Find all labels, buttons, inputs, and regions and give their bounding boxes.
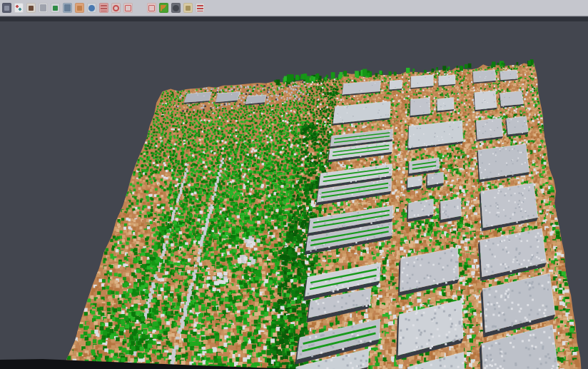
globe-icon-glyph: [88, 5, 95, 11]
target-ring-icon[interactable]: [111, 3, 121, 13]
tin-surface-icon-glyph: [29, 6, 34, 11]
toolbar-separator: [136, 8, 144, 9]
layer-red-icon[interactable]: [196, 3, 205, 13]
measure-crossing-icon-glyph: [186, 6, 191, 11]
globe-icon[interactable]: [87, 3, 96, 13]
profile-view-icon-glyph: [64, 4, 71, 11]
measure-crossing-icon[interactable]: [183, 3, 193, 13]
ortho-image-icon[interactable]: [75, 3, 84, 13]
colorize-class-icon-glyph: [161, 5, 167, 11]
select-extent-icon-glyph: [125, 5, 131, 11]
sparse-points-icon[interactable]: [39, 3, 48, 13]
main-toolbar: [0, 0, 588, 16]
ortho-image-icon-glyph: [77, 6, 82, 11]
dtm-green-icon-glyph: [53, 6, 58, 11]
class-list-icon-glyph: [101, 5, 107, 11]
target-ring-icon-glyph: [113, 5, 119, 11]
colorize-class-icon[interactable]: [159, 3, 168, 13]
tin-surface-icon[interactable]: [26, 3, 36, 13]
class-list-icon[interactable]: [99, 3, 108, 13]
dtm-green-icon[interactable]: [51, 3, 60, 13]
select-extent-icon[interactable]: [123, 3, 133, 13]
profile-view-icon[interactable]: [63, 3, 72, 13]
open-scene-icon[interactable]: [2, 3, 11, 13]
point-markers-icon-glyph: [16, 5, 22, 11]
layer-red-icon-glyph: [197, 5, 203, 11]
viewport-3d[interactable]: [0, 17, 588, 369]
open-scene-icon-glyph: [4, 6, 9, 11]
dark-globe-icon-glyph: [173, 5, 179, 11]
clip-box-icon[interactable]: [147, 3, 156, 13]
clip-box-icon-glyph: [148, 5, 155, 11]
dark-globe-icon[interactable]: [171, 3, 181, 13]
point-markers-icon[interactable]: [14, 3, 24, 13]
sparse-points-icon-glyph: [40, 4, 46, 11]
